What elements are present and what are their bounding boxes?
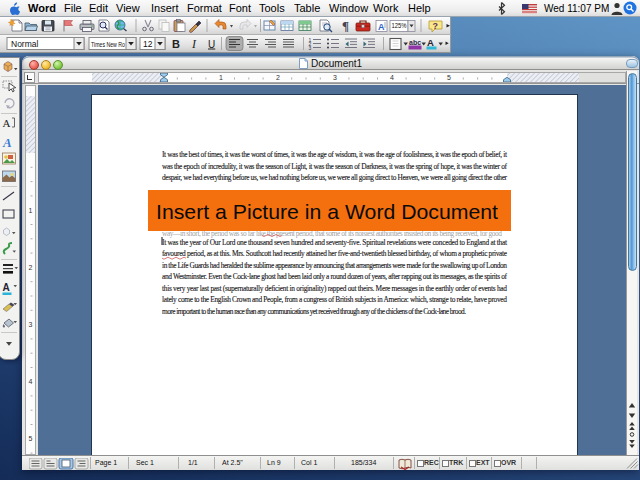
svg-text:Insert a Picture in a Word Doc: Insert a Picture in a Word Document — [156, 200, 498, 223]
svg-text:3: 3 — [309, 45, 312, 51]
svg-text:4: 4 — [29, 378, 33, 385]
svg-text:Normal: Normal — [11, 39, 39, 49]
svg-text:Times New Ro: Times New Ro — [91, 40, 125, 49]
svg-text:U: U — [208, 39, 215, 50]
svg-text:A: A — [2, 135, 12, 150]
svg-text:4: 4 — [390, 74, 394, 81]
svg-text:?: ? — [433, 21, 439, 31]
svg-text:I: I — [191, 37, 197, 51]
svg-text:A: A — [378, 22, 385, 32]
svg-text:A: A — [3, 117, 11, 129]
svg-text:3: 3 — [29, 321, 33, 328]
svg-text:125%: 125% — [392, 22, 407, 29]
svg-text:5: 5 — [447, 74, 451, 81]
svg-text:2: 2 — [29, 264, 33, 271]
svg-text:abc: abc — [409, 39, 421, 46]
svg-text:A: A — [3, 282, 10, 293]
svg-text:1: 1 — [29, 207, 33, 214]
svg-text:5: 5 — [29, 435, 33, 442]
svg-text:A: A — [427, 37, 434, 48]
svg-text:2: 2 — [276, 74, 280, 81]
svg-text:B: B — [172, 38, 180, 50]
svg-text:3: 3 — [333, 74, 337, 81]
svg-text:12: 12 — [143, 39, 153, 49]
svg-text:1: 1 — [219, 74, 223, 81]
svg-text:¶: ¶ — [342, 18, 349, 33]
